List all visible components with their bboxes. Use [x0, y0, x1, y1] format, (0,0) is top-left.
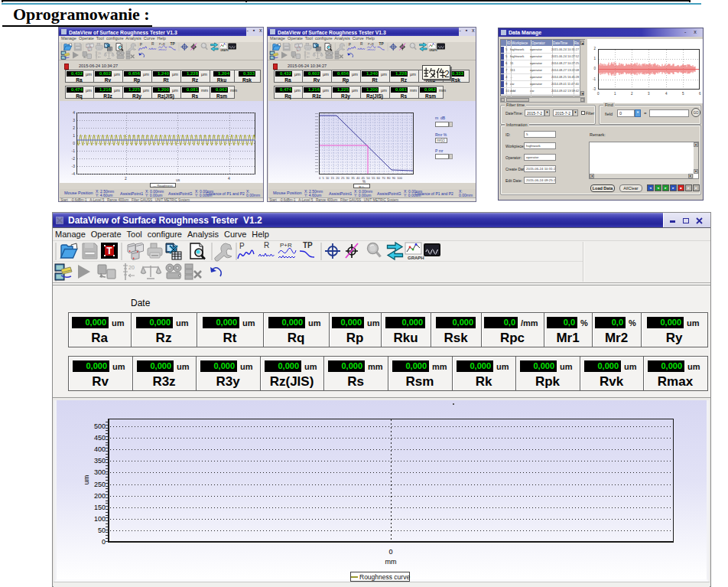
svg-text:TP: TP [303, 241, 313, 249]
svg-text:GRAPH: GRAPH [220, 49, 228, 52]
svg-text:20: 20 [128, 265, 135, 270]
svg-text:TP: TP [171, 42, 176, 46]
svg-text:P+R: P+R [280, 242, 292, 249]
svg-text:P: P [239, 242, 245, 250]
svg-text:R: R [360, 42, 363, 46]
svg-text:GRAPH: GRAPH [408, 256, 424, 260]
svg-text:P+R: P+R [159, 43, 165, 46]
svg-text:GRAPH: GRAPH [429, 49, 437, 52]
svg-text:2: 2 [444, 69, 450, 79]
svg-text:R: R [264, 241, 269, 249]
svg-text:20: 20 [307, 52, 310, 55]
svg-text:P+R: P+R [368, 43, 374, 46]
svg-text:T: T [106, 246, 112, 256]
svg-text:P: P [349, 43, 351, 47]
svg-text:R: R [151, 42, 154, 46]
svg-text:P: P [140, 43, 142, 47]
svg-text:20: 20 [98, 52, 101, 55]
svg-text:TP: TP [379, 42, 385, 46]
